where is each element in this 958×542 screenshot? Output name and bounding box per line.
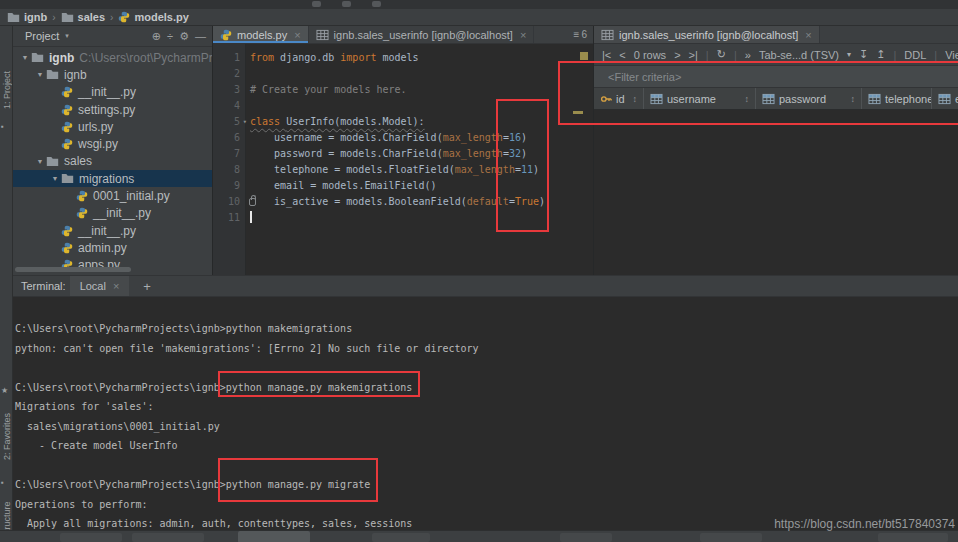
db-tab-label: ignb.sales_userinfo [ignb@localhost] [619,29,798,41]
code-text: username = models.CharField(max_length=1… [246,130,527,146]
toolwindow-button[interactable] [560,533,612,542]
lock-icon [249,198,256,206]
tree-item-settings.py[interactable]: settings.py [13,101,212,118]
editor-tab-label: ignb.sales_userinfo [ignb@localhost] [334,29,513,41]
hide-panel-icon[interactable]: — [195,30,206,42]
db-column-username[interactable]: username↕ [644,88,756,109]
code-line-5[interactable]: 5▾class UserInfo(models.Model): [213,114,593,130]
project-panel-title[interactable]: Project [25,30,59,42]
filter-criteria-input[interactable]: <Filter criteria> [608,71,681,83]
active-tab-underline [213,41,308,43]
toolwindow-button-active[interactable] [238,531,310,542]
editor-tab-db[interactable]: ignb.sales_userinfo [ignb@localhost]× [309,26,535,43]
tree-item-0001_initial.py[interactable]: 0001_initial.py [13,187,212,204]
ddl-button[interactable]: DDL [904,49,926,61]
tree-expand-arrow-icon[interactable]: ▼ [19,54,31,61]
collapse-all-icon[interactable]: ÷ [167,30,173,42]
horizontal-scrollbar[interactable] [15,267,131,272]
code-line-1[interactable]: 1from django.db import models [213,50,593,66]
close-icon[interactable]: × [520,29,526,41]
tree-expand-arrow-icon[interactable]: ▼ [34,71,46,78]
db-column-e[interactable]: e↕ [932,88,958,109]
code-text: class UserInfo(models.Model): [246,114,425,130]
hidden-tabs-count: 6 [581,29,587,40]
view-button[interactable]: View [945,49,958,61]
code-line-7[interactable]: 7 password = models.CharField(max_length… [213,146,593,162]
prev-page-button[interactable]: < [619,49,625,61]
tree-item-ignb[interactable]: ▼ignb [13,66,212,83]
tree-expand-arrow-icon[interactable]: ▼ [34,158,46,165]
export-format-select[interactable]: Tab-se...d (TSV) [759,49,839,61]
db-column-id[interactable]: id↕ [594,88,644,109]
chevron-down-icon[interactable]: ▾ [65,32,69,40]
code-line-8[interactable]: 8 telephone = models.FloatField(max_leng… [213,162,593,178]
tree-item-admin.py[interactable]: admin.py [13,239,212,256]
code-line-4[interactable]: 4 [213,98,593,114]
primary-key-icon [600,93,612,105]
locate-file-icon[interactable]: ⊕ [152,30,161,43]
tree-item-label: migrations [79,172,134,186]
project-tree: ▼ignbC:\Users\root\PycharmProjec▼ignb__i… [13,47,212,274]
close-icon[interactable]: × [805,29,811,41]
import-data-icon[interactable]: ↧ [859,48,868,61]
next-page-button[interactable]: > [674,49,680,61]
folder-icon [7,12,20,23]
toolwindow-project-button[interactable]: 1: Project [0,56,13,124]
toolwindow-button[interactable] [372,533,430,542]
python-file-icon [118,11,130,23]
db-column-password[interactable]: password↕ [756,88,862,109]
close-icon[interactable]: × [113,280,119,292]
code-line-3[interactable]: 3# Create your models here. [213,82,593,98]
tree-item-migrations[interactable]: ▼migrations [13,170,212,187]
code-line-2[interactable]: 2 [213,66,593,82]
tree-item-__init__.py[interactable]: __init__.py [13,84,212,101]
refresh-icon[interactable]: ↻ [717,48,726,61]
sort-icon[interactable]: ↕ [851,94,856,104]
db-tab-sales-userinfo[interactable]: ignb.sales_userinfo [ignb@localhost]× [594,26,820,43]
terminal-output[interactable]: C:\Users\root\PycharmProjects\ignb>pytho… [13,297,958,530]
tree-item-__init__.py[interactable]: __init__.py [13,205,212,222]
code-line-9[interactable]: 9 email = models.EmailField() [213,178,593,194]
tree-item-urls.py[interactable]: urls.py [13,118,212,135]
tree-item-wsgi.py[interactable]: wsgi.py [13,135,212,152]
tree-item-__init__.py[interactable]: __init__.py [13,222,212,239]
column-icon [868,93,881,105]
line-number: 7 [213,146,246,162]
tree-item-sales[interactable]: ▼sales [13,153,212,170]
terminal-tab-local[interactable]: Local × [70,276,130,296]
sort-icon[interactable]: ↕ [745,94,750,104]
code-text [246,98,250,114]
close-icon[interactable]: × [294,29,300,41]
breadcrumb-item-sales[interactable]: sales [61,11,106,23]
code-line-11[interactable]: 11 [213,210,593,226]
export-data-icon[interactable]: ↥ [876,48,885,61]
toolwindow-button[interactable] [60,533,122,542]
toolwindow-button[interactable] [878,533,948,542]
tree-item-ignb[interactable]: ▼ignbC:\Users\root\PycharmProjec [13,49,212,66]
toolwindow-button[interactable] [132,533,204,542]
code-line-6[interactable]: 6 username = models.CharField(max_length… [213,130,593,146]
watermark: https://blog.csdn.net/bt517840374 [774,517,955,531]
sort-icon[interactable]: ↕ [633,94,638,104]
tree-item-label: __init__.py [78,85,136,99]
breadcrumb-item-ignb[interactable]: ignb [7,11,47,23]
warning-stripe-mark[interactable] [573,111,583,114]
new-terminal-session-button[interactable]: + [133,279,161,294]
more-actions-icon[interactable]: » [745,49,751,61]
editor-tab-models[interactable]: models.py× [213,26,309,43]
last-page-button[interactable]: >| [689,49,698,61]
tree-expand-arrow-icon[interactable]: ▼ [49,175,61,182]
first-page-button[interactable]: |< [602,49,611,61]
code-area[interactable]: 1from django.db import models23# Create … [213,44,593,275]
code-line-10[interactable]: 10 is_active = models.BooleanField(defau… [213,194,593,210]
gear-icon[interactable]: ⚙ [179,30,189,43]
breadcrumb-item-models.py[interactable]: models.py [118,11,188,23]
column-icon [938,93,951,105]
toolwindow-button[interactable] [700,533,762,542]
hidden-tabs-menu[interactable]: ≡6 [568,26,593,43]
toolwindow-favorites-button[interactable]: 2: Favorites [0,396,13,476]
chevron-down-icon[interactable]: ▾ [847,50,851,59]
inspection-indicator-icon[interactable] [580,52,588,60]
db-column-telephone[interactable]: telephone↕ [862,88,932,109]
left-tool-strip: 1: Project ▪ ★ 2: Favorites ▪ 7: Structu… [0,26,13,542]
